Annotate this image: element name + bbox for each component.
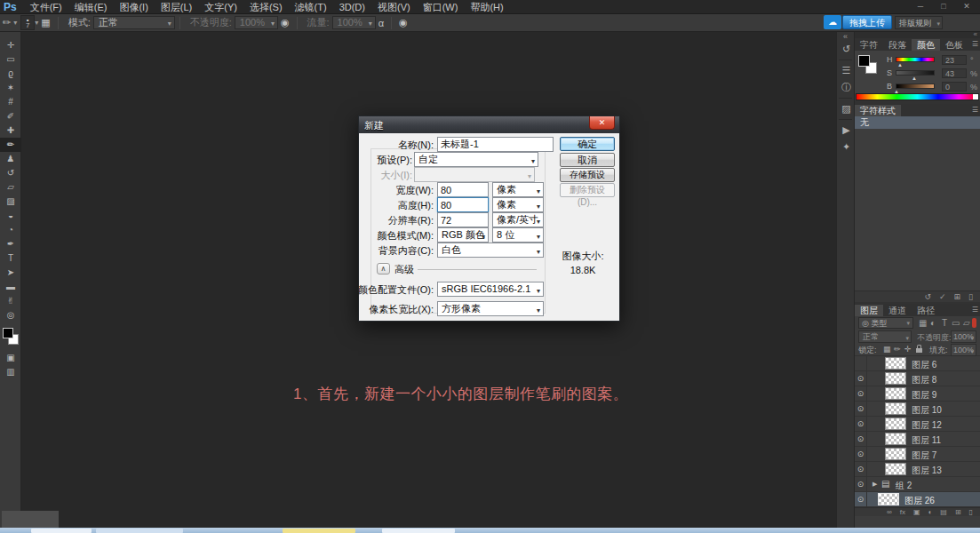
bit-depth-select[interactable]: 8 位 [492,227,544,243]
tool-crop[interactable]: # [0,95,21,109]
width-input[interactable] [437,182,489,197]
panel-menu-icon[interactable]: ☰ [972,40,978,48]
menu-view[interactable]: 视图(V) [371,0,417,14]
layer-opacity-select[interactable]: 100% [951,330,976,343]
tool-history-brush[interactable]: ↺ [0,166,21,180]
brightness-value[interactable]: 0 [942,82,967,91]
foreground-color-swatch[interactable] [858,55,870,67]
lock-move-icon[interactable]: ✛ [904,345,912,354]
height-unit-select[interactable]: 像素 [492,197,544,212]
visibility-toggle[interactable]: ⊙ [855,432,867,446]
brush-preset-picker[interactable]: • 7 [20,15,35,30]
color-mode-select[interactable]: RGB 颜色 [437,227,489,243]
brush-panel-toggle-icon[interactable]: ▦ [38,17,52,28]
tool-blur[interactable]: ◒ [0,209,21,223]
filter-toggle-icon[interactable] [972,318,976,328]
current-tool-icon[interactable]: ✏ [0,17,13,28]
visibility-toggle[interactable]: ⊙ [855,492,867,506]
link-icon[interactable]: ∞ [887,507,892,518]
resolution-unit-select[interactable]: 像素/英寸 [492,212,544,227]
layer-mask-icon[interactable]: ▣ [913,507,920,518]
panel-menu-icon[interactable]: ☰ [972,106,978,114]
dialog-close-icon[interactable]: ✕ [589,116,615,130]
layer-thumbnail[interactable] [885,463,906,475]
brightness-slider[interactable] [896,84,935,89]
menu-file[interactable]: 文件(F) [24,0,68,14]
tool-clone-stamp[interactable]: ♟ [0,152,21,166]
preset-select[interactable]: 自定 [414,152,538,167]
taskbar-button[interactable] [31,529,92,533]
menu-filter[interactable]: 滤镜(T) [289,0,333,14]
menu-type[interactable]: 文字(Y) [198,0,243,14]
layer-row[interactable]: ⊙ 图层 11 [855,432,980,447]
menu-layer[interactable]: 图层(L) [155,0,198,14]
styles-panel-icon[interactable]: ✦ [837,139,856,155]
tab-paths[interactable]: 路径 [912,305,940,316]
tool-pen[interactable]: ✒ [0,237,21,251]
visibility-toggle[interactable]: ⊙ [855,447,867,461]
tool-dodge[interactable]: ◔ [0,223,21,237]
group-row[interactable]: ⊙ ▶ ▤ 组 2 [855,477,980,492]
menu-window[interactable]: 窗口(W) [417,0,465,14]
tab-swatches[interactable]: 色板 [940,39,968,51]
dialog-titlebar[interactable]: 新建 ✕ [359,116,619,133]
white-chip[interactable] [973,94,978,99]
layer-row[interactable]: ⊙ 图层 9 [855,386,980,402]
layer-thumbnail[interactable] [878,493,899,505]
tab-channels[interactable]: 通道 [883,305,912,316]
windows-taskbar[interactable] [0,528,980,533]
filter-pixel-icon[interactable]: ▦ [919,318,927,329]
lock-paint-icon[interactable]: ✏ [894,345,901,354]
menu-edit[interactable]: 编辑(E) [68,0,114,14]
layer-blend-mode-select[interactable]: 正常 [858,330,912,343]
actions-panel-icon[interactable]: ▶ [837,122,856,139]
saturation-value[interactable]: 43 [942,68,967,78]
tool-zoom[interactable]: ◎ [0,308,21,322]
tool-quick-select[interactable]: ✶ [0,81,21,95]
layer-thumbnail[interactable] [885,433,906,445]
layer-thumbnail[interactable] [885,372,906,385]
spectrum-ramp[interactable] [856,93,979,100]
tool-eraser[interactable]: ▱ [0,180,21,195]
quick-mask-button[interactable]: ▣ [0,351,21,365]
trash-icon[interactable]: ▯ [969,507,973,518]
slider-marker-icon[interactable]: ▲ [897,62,903,68]
tool-hand[interactable]: ✌ [0,294,21,308]
menu-select[interactable]: 选择(S) [243,0,289,14]
size-pressure-icon[interactable]: ◉ [396,17,410,28]
minimize-icon[interactable]: ─ [909,0,932,12]
info-panel-icon[interactable]: ⓘ [837,79,856,96]
lock-all-icon[interactable] [916,348,922,353]
menu-image[interactable]: 图像(I) [113,0,154,14]
panel-menu-icon[interactable]: ☰ [972,306,978,314]
tool-eyedropper[interactable]: ✐ [0,109,21,123]
taskbar-button-active[interactable] [283,529,355,533]
new-group-icon[interactable]: ▤ [940,507,947,518]
layer-filter-select[interactable]: ◎ 类型▾ [858,317,913,329]
layer-row-selected[interactable]: ⊙ 图层 26 [855,492,980,507]
layer-row[interactable]: ⊙ 图层 7 [855,447,980,462]
taskbar-button[interactable] [96,529,183,533]
layer-thumbnail[interactable] [885,357,906,370]
layer-row[interactable]: ⊙ 图层 8 [855,371,980,386]
layer-row[interactable]: ⊙ 图层 10 [855,402,980,417]
filter-adjustment-icon[interactable]: ◐ [930,318,936,329]
layer-row[interactable]: ⊙ 图层 13 [855,462,980,477]
tool-gradient[interactable]: ▨ [0,195,21,209]
tab-color[interactable]: 颜色 [912,39,940,51]
name-input[interactable] [437,137,554,152]
visibility-toggle[interactable] [855,356,867,370]
visibility-toggle[interactable]: ⊙ [855,371,867,386]
layer-fill-select[interactable]: 100% [951,344,976,356]
visibility-toggle[interactable]: ⊙ [855,477,867,491]
undo-icon[interactable]: ↺ [924,291,931,302]
new-layer-icon[interactable]: ⊞ [955,507,961,518]
expand-arrow-icon[interactable]: ▶ [872,481,877,488]
tool-brush[interactable]: ✏ [0,138,21,152]
layer-row[interactable]: ⊙ 图层 12 [855,417,980,432]
visibility-toggle[interactable]: ⊙ [855,462,867,476]
opacity-pressure-icon[interactable]: ◉ [278,17,292,28]
trash-icon[interactable]: ▯ [968,291,973,302]
tab-paragraph[interactable]: 段落 [883,39,912,51]
save-preset-button[interactable]: 存储预设(S)... [560,168,615,182]
